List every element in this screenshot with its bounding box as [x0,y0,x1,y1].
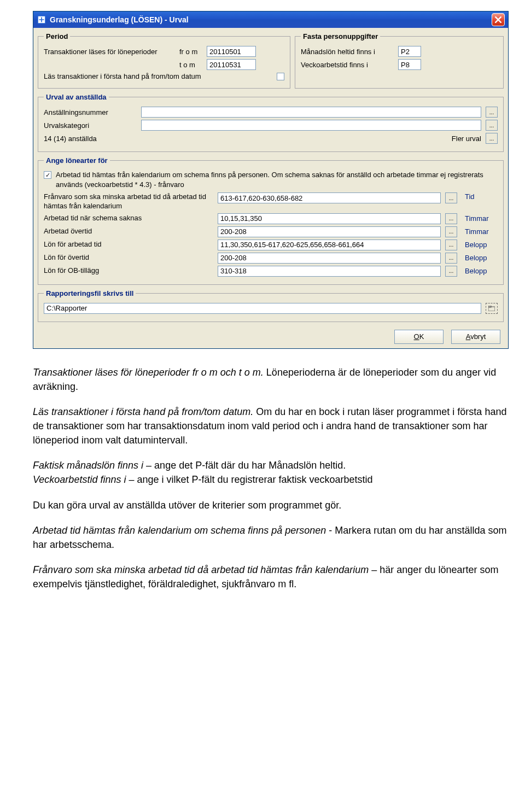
doc-p3a: Faktisk månadslön finns i [33,460,143,471]
franvaro-browse-button[interactable]: ... [445,192,457,203]
doc-p1a: Transaktioner läses för löneperioder fr … [33,367,264,378]
cancel-button[interactable]: Avbryt [451,330,500,344]
doc-p3d: – ange i vilket P-fält du registrerar fa… [126,474,372,485]
lonearter-legend: Ange lönearter för [44,156,110,165]
fler-urval-button[interactable]: ... [486,133,498,144]
lon-overtid-label: Lön för övertid [44,253,213,262]
overtid-label: Arbetad övertid [44,227,213,236]
lon-overtid-unit: Belopp [465,254,498,262]
schema-saknas-label: Arbetad tid när schema saknas [44,214,213,223]
anst-input[interactable] [141,107,481,118]
franvaro-input[interactable] [218,192,441,203]
overtid-unit: Timmar [465,227,498,236]
lon-overtid-input[interactable] [218,253,441,264]
urval-legend: Urval av anställda [44,93,109,101]
lon-overtid-browse-button[interactable]: ... [445,253,457,264]
period-legend: Period [44,32,70,40]
kategori-label: Urvalskategori [44,121,137,130]
read-first-hand-label: Läs transaktioner i första hand på from/… [44,72,272,80]
lon-ob-label: Lön för OB-tillägg [44,266,213,276]
dialog-window: Granskningsunderlag (LÖSEN) - Urval Peri… [33,11,509,349]
lonearter-group: Ange lönearter för Arbetad tid hämtas fr… [38,156,504,285]
close-button[interactable] [492,13,505,26]
trans-label: Transaktioner läses för löneperioder [44,48,175,56]
ok-button[interactable]: OK [394,330,444,344]
fasta-legend: Fasta personuppgifter [301,32,380,40]
document-body: Transaktioner läses för löneperioder fr … [33,365,509,591]
vecko-input[interactable] [398,59,421,70]
window-title: Granskningsunderlag (LÖSEN) - Urval [50,15,492,24]
franvaro-unit: Tid [465,192,498,201]
count-label: 14 (14) anställda [44,135,447,143]
period-group: Period Transaktioner läses för löneperio… [38,32,290,89]
doc-p6a: Frånvaro som ska minska arbetad tid då a… [33,564,369,575]
schema-saknas-input[interactable] [218,213,441,224]
doc-p2a: Läs transaktioner i första hand på from/… [33,406,253,417]
lon-ob-unit: Belopp [465,267,498,275]
rapport-legend: Rapporteringsfil skrivs till [44,289,136,297]
schema-saknas-browse-button[interactable]: ... [445,213,457,224]
titlebar: Granskningsunderlag (LÖSEN) - Urval [33,11,508,28]
read-first-hand-checkbox[interactable] [277,73,284,80]
window-body: Period Transaktioner läses för löneperio… [33,28,508,348]
kategori-browse-button[interactable]: ... [486,120,498,131]
overtid-browse-button[interactable]: ... [445,226,457,237]
anst-browse-button[interactable]: ... [486,107,498,118]
from-label: fr o m [179,48,202,56]
anst-label: Anställningsnummer [44,108,137,116]
urval-group: Urval av anställda Anställningsnummer ..… [38,93,504,152]
lon-arbetad-browse-button[interactable]: ... [445,239,457,250]
to-date-input[interactable] [207,59,256,70]
franvaro-label: Frånvaro som ska minska arbetad tid då a… [44,192,213,211]
doc-p5a: Arbetad tid hämtas från kalendarium om s… [33,525,326,536]
lon-ob-input[interactable] [218,266,441,277]
manadslon-label: Månadslön heltid finns i [301,48,394,56]
from-date-input[interactable] [207,46,256,57]
schema-saknas-unit: Timmar [465,214,498,223]
rapport-group: Rapporteringsfil skrivs till [38,289,504,322]
rapport-path-input[interactable] [44,303,481,314]
doc-p3b: – ange det P-fält där du har Månadslön h… [143,460,346,471]
lon-arbetad-unit: Belopp [465,241,498,249]
lon-arbetad-label: Lön för arbetad tid [44,240,213,249]
kalendarium-checkbox[interactable] [44,171,51,179]
manadslon-input[interactable] [398,46,421,57]
kategori-input[interactable] [141,120,481,131]
lon-arbetad-input[interactable] [218,239,441,250]
doc-p3c: Veckoarbetstid finns i [33,474,126,485]
app-icon [37,15,46,25]
lon-ob-browse-button[interactable]: ... [445,266,457,277]
vecko-label: Veckoarbetstid finns i [301,61,394,69]
to-label: t o m [179,61,202,69]
kalendarium-text: Arbetad tid hämtas från kalendarium om s… [56,170,498,189]
overtid-input[interactable] [218,226,441,237]
fler-urval-label: Fler urval [452,135,481,143]
fasta-group: Fasta personuppgifter Månadslön heltid f… [295,32,504,89]
doc-p4: Du kan göra urval av anställda utöver de… [33,498,509,512]
rapport-browse-button[interactable] [486,303,498,314]
